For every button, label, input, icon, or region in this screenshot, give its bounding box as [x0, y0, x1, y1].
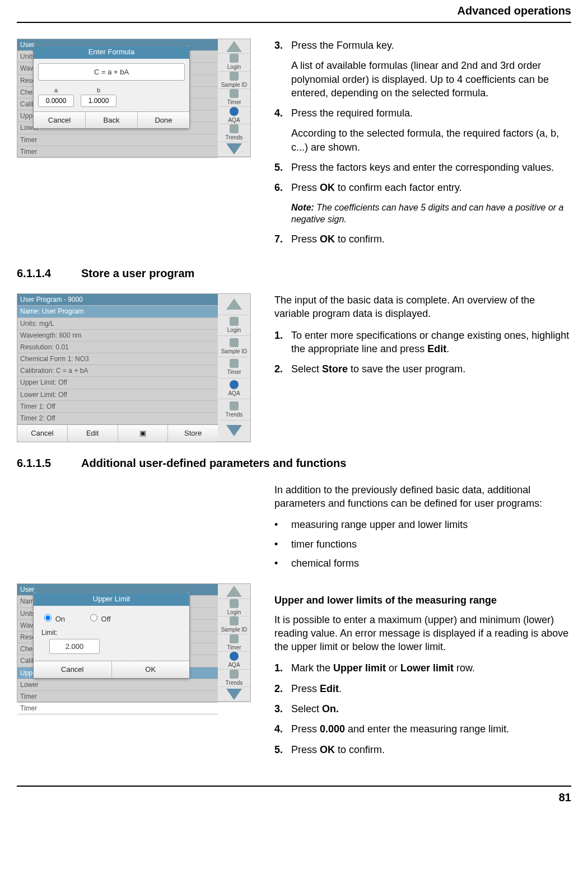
store-button[interactable]: Store — [168, 425, 218, 442]
cancel-button[interactable]: Cancel — [17, 425, 68, 442]
login-button[interactable]: Login — [218, 599, 250, 617]
sample-id-button[interactable]: Sample ID — [218, 336, 250, 357]
note: Note: The coefficients can have 5 digits… — [291, 202, 571, 226]
on-radio[interactable]: On — [41, 613, 65, 624]
off-radio[interactable]: Off — [87, 613, 111, 624]
login-icon — [230, 599, 239, 608]
bg-row: Timer — [17, 703, 218, 714]
cancel-button[interactable]: Cancel — [34, 112, 86, 129]
trends-button[interactable]: Trends — [218, 399, 250, 420]
screenshot-enter-formula: User Units: Wavel Resolu Chemi Calibra U… — [17, 39, 251, 157]
formula-display[interactable]: C = a + bA — [38, 63, 185, 81]
login-icon — [230, 317, 239, 326]
coef-a-input[interactable] — [38, 95, 74, 107]
upper-limit-dialog: Upper Limit On Off Limit: 2.000 Can — [33, 592, 190, 678]
trends-icon — [230, 124, 239, 133]
list-item[interactable]: Timer 2: Off — [17, 413, 218, 424]
scroll-up-icon[interactable] — [218, 39, 250, 54]
aqa-icon — [230, 380, 239, 389]
paragraph: In addition to the previously defined ba… — [274, 483, 571, 511]
limit-label: Limit: — [38, 628, 185, 638]
step-number: 4. — [274, 106, 291, 120]
step-text: To enter more specifications or change e… — [291, 329, 571, 356]
trends-icon — [230, 670, 239, 679]
step-number: 6. — [274, 181, 291, 194]
sub-heading: Upper and lower limits of the measuring … — [274, 593, 571, 607]
step-number: 3. — [274, 702, 291, 716]
timer-icon — [230, 634, 239, 643]
section-heading: 6.1.1.5Additional user-defined parameter… — [17, 456, 571, 471]
scroll-up-icon[interactable] — [218, 584, 250, 599]
list-item[interactable]: Units: mg/L — [17, 318, 218, 330]
bg-row: Timer — [17, 134, 218, 146]
ok-button[interactable]: OK — [112, 661, 190, 678]
limit-value-button[interactable]: 2.000 — [49, 639, 100, 655]
screenshot-upper-limit: User Name: Units: Wavel Resolu Chemi Cal… — [17, 583, 251, 702]
page-number: 81 — [17, 786, 571, 805]
sample-id-icon — [230, 338, 239, 347]
trends-button[interactable]: Trends — [218, 670, 250, 688]
list-item[interactable]: Upper Limit: Off — [17, 377, 218, 389]
step-text: Select Store to save the user program. — [291, 362, 571, 376]
aqa-icon — [230, 107, 239, 116]
list-title: User Program - 9000 — [17, 294, 218, 306]
paragraph: It is possible to enter a maximum (upper… — [274, 613, 571, 654]
timer-button[interactable]: Timer — [218, 357, 250, 378]
coef-a-label: a — [54, 86, 58, 95]
list-item[interactable]: Lower Limit: Off — [17, 389, 218, 401]
trends-button[interactable]: Trends — [218, 124, 250, 142]
enter-formula-dialog: Enter Formula C = a + bA a b — [33, 45, 190, 129]
edit-button[interactable]: Edit — [68, 425, 118, 442]
timer-button[interactable]: Timer — [218, 89, 250, 107]
sample-id-button[interactable]: Sample ID — [218, 72, 250, 90]
dialog-title: Upper Limit — [34, 592, 189, 606]
back-button[interactable]: Back — [86, 112, 138, 129]
coef-b-input[interactable] — [81, 95, 116, 107]
step-text: Press OK to confirm. — [291, 232, 571, 246]
step-number: 4. — [274, 722, 291, 736]
sample-id-button[interactable]: Sample ID — [218, 616, 250, 634]
step-text: Press the factors keys and enter the cor… — [291, 161, 571, 174]
paragraph: The input of the basic data is complete.… — [274, 293, 571, 321]
timer-button[interactable]: Timer — [218, 634, 250, 652]
scroll-down-icon[interactable] — [218, 142, 250, 157]
step-number: 1. — [274, 661, 291, 675]
scroll-down-icon[interactable] — [218, 687, 250, 702]
login-button[interactable]: Login — [218, 54, 250, 72]
bg-row: Timer — [17, 691, 218, 703]
icon-button[interactable]: ▣ — [118, 425, 169, 442]
list-item[interactable]: Calibration: C = a + bA — [17, 365, 218, 377]
trends-icon — [230, 401, 239, 410]
aqa-button[interactable]: AQA — [218, 107, 250, 125]
list-item[interactable]: Timer 1: Off — [17, 401, 218, 413]
screenshot-user-program-overview: User Program - 9000 Name: User Program U… — [17, 293, 251, 442]
list-item[interactable]: Name: User Program — [17, 306, 218, 317]
scroll-down-icon[interactable] — [218, 420, 250, 442]
step-followup: According to the selected formula, the r… — [291, 127, 571, 154]
list-item[interactable]: Wavelength: 800 nm — [17, 330, 218, 342]
bg-row: Lower — [17, 679, 218, 691]
step-number: 1. — [274, 329, 291, 356]
step-followup: A list of available formulas (linear and… — [291, 59, 571, 100]
step-text: Mark the Upper limit or Lower limit row. — [291, 661, 571, 675]
list-item[interactable]: Chemical Form 1: NO3 — [17, 353, 218, 365]
section-heading: 6.1.1.4Store a user program — [17, 266, 571, 281]
step-text: Press OK to confirm. — [291, 743, 571, 756]
sample-id-icon — [230, 616, 239, 625]
step-text: Press the Formula key. — [291, 39, 571, 52]
timer-icon — [230, 89, 239, 98]
step-number: 2. — [274, 682, 291, 695]
step-text: Press 0.000 and enter the measuring rang… — [291, 722, 571, 736]
aqa-button[interactable]: AQA — [218, 378, 250, 400]
aqa-button[interactable]: AQA — [218, 652, 250, 670]
scroll-up-icon[interactable] — [218, 294, 250, 315]
list-item[interactable]: Resolution: 0.01 — [17, 342, 218, 353]
done-button[interactable]: Done — [138, 112, 189, 129]
bullet-text: measuring range upper and lower limits — [291, 518, 468, 531]
step-text: Press Edit. — [291, 682, 571, 695]
bg-row: Timer — [17, 146, 218, 158]
step-number: 7. — [274, 232, 291, 246]
login-button[interactable]: Login — [218, 315, 250, 336]
step-text: Press OK to confirm each factor entry. — [291, 181, 571, 194]
cancel-button[interactable]: Cancel — [34, 661, 112, 678]
